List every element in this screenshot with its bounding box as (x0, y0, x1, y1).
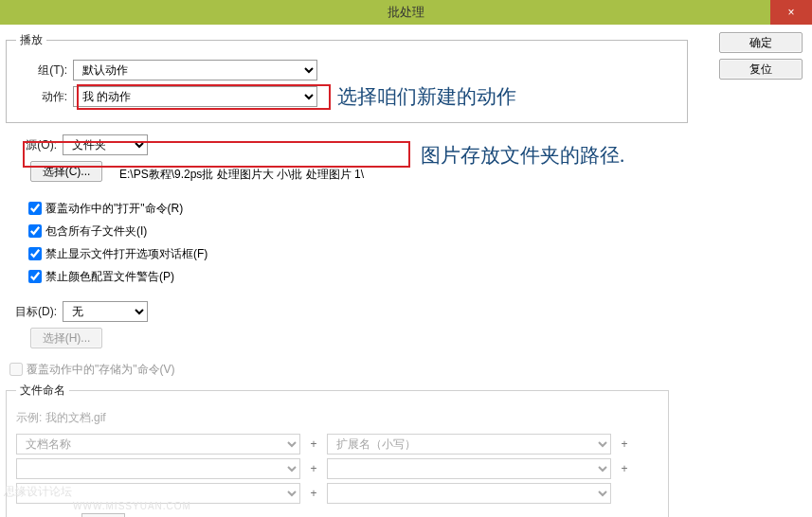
source-section: 源(O): 文件夹 选择(C)... E:\PS教程\9.2ps批 处理图片大 … (6, 134, 712, 286)
chk-include-sub-label: 包含所有子文件夹(I) (45, 223, 147, 240)
titlebar: 批处理 × (0, 0, 812, 25)
dest-select[interactable]: 无 (63, 301, 148, 322)
ok-button[interactable]: 确定 (719, 32, 803, 53)
chk-override-save (9, 363, 23, 376)
chk-include-sub[interactable] (28, 224, 42, 238)
choose-dest-button[interactable]: 选择(H)... (30, 328, 102, 348)
reset-button[interactable]: 复位 (719, 59, 803, 80)
filename-legend: 文件命名 (16, 383, 69, 399)
chk-override-open-label: 覆盖动作中的"打开"命令(R) (45, 201, 183, 217)
left-column: 播放 组(T): 默认动作 动作: 我 的动作 源(O): 文件夹 (6, 32, 712, 517)
dialog-body: 播放 组(T): 默认动作 动作: 我 的动作 源(O): 文件夹 (0, 25, 812, 517)
fn-field-1: 文档名称 (16, 434, 300, 455)
fn-field-2: 扩展名（小写） (327, 434, 611, 455)
chk-override-open[interactable] (28, 202, 42, 215)
fn-field-5 (16, 483, 300, 504)
set-label: 组(T): (16, 62, 73, 79)
plus-icon: + (617, 462, 632, 475)
close-button[interactable]: × (770, 0, 812, 25)
choose-source-button[interactable]: 选择(C)... (30, 161, 102, 182)
source-select[interactable]: 文件夹 (63, 134, 148, 155)
chk-suppress-color-label: 禁止颜色配置文件警告(P) (45, 269, 174, 285)
set-select[interactable]: 默认动作 (73, 60, 317, 80)
close-icon: × (787, 7, 794, 18)
chk-override-save-label: 覆盖动作中的"存储为"命令(V) (27, 362, 175, 378)
right-column: 确定 复位 (712, 32, 806, 517)
fn-field-4 (327, 458, 611, 479)
plus-icon: + (617, 437, 632, 451)
chk-suppress-open[interactable] (28, 247, 42, 260)
source-path: E:\PS教程\9.2ps批 处理图片大 小\批 处理图片 1\ (102, 167, 364, 183)
plus-icon: + (306, 437, 321, 451)
filename-group: 文件命名 示例: 我的文档.gif 文档名称 + 扩展名（小写） + + + + (6, 383, 669, 517)
dest-label: 目标(D): (6, 304, 63, 320)
fn-field-3 (16, 458, 300, 479)
action-label: 动作: (16, 89, 73, 105)
filename-example: 示例: 我的文档.gif (16, 410, 659, 426)
chk-suppress-color[interactable] (28, 270, 42, 283)
play-legend: 播放 (16, 32, 46, 48)
dest-section: 目标(D): 无 选择(H)... 覆盖动作中的"存储为"命令(V) 文件命名 … (6, 301, 712, 517)
window-title: 批处理 (388, 4, 424, 21)
fn-field-6 (327, 483, 611, 504)
source-label: 源(O): (6, 137, 63, 153)
chk-suppress-open-label: 禁止显示文件打开选项对话框(F) (45, 246, 208, 262)
seq-input (81, 513, 125, 517)
action-select[interactable]: 我 的动作 (73, 86, 317, 107)
plus-icon: + (306, 462, 321, 475)
play-group: 播放 组(T): 默认动作 动作: 我 的动作 (6, 32, 688, 123)
plus-icon: + (306, 487, 321, 500)
